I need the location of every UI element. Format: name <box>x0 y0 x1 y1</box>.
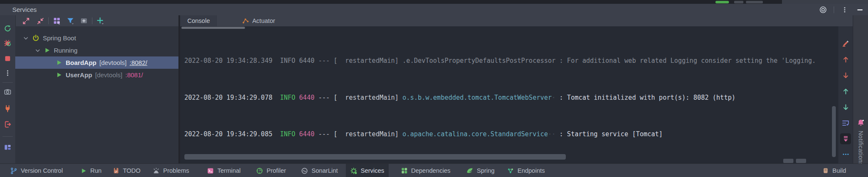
toolwindow-build[interactable]: Build <box>818 164 850 177</box>
down-arrow-teal-icon <box>842 104 849 111</box>
settings-target-button[interactable] <box>818 5 828 14</box>
terminal-icon <box>207 167 214 174</box>
prev-occurrence-button[interactable] <box>840 54 851 65</box>
group-by-button[interactable] <box>51 16 62 25</box>
next-occurrence-button[interactable] <box>840 70 851 81</box>
service-tag: [devtools] <box>95 71 122 79</box>
layout-grid-icon <box>4 143 11 151</box>
toolwindow-label: Profiler <box>267 167 286 174</box>
notifications-strip: Notifications <box>853 15 868 163</box>
stop-button[interactable] <box>4 55 11 62</box>
stop-icon <box>4 55 11 62</box>
actuator-endpoints-button[interactable] <box>4 105 11 112</box>
profiler-gauge-icon <box>256 167 263 174</box>
toolwindow-label: Version Control <box>21 167 63 174</box>
tree-item-boardapp[interactable]: BoardApp [devtools] :8082/ <box>15 56 178 69</box>
toolwindow-label: Services <box>361 167 384 174</box>
top-edge-decoration <box>734 1 743 3</box>
down-stack-trace-button[interactable] <box>840 101 851 112</box>
rerun-button[interactable] <box>4 25 11 32</box>
titlebar-separator <box>834 6 834 13</box>
add-service-button[interactable] <box>95 16 106 25</box>
scroll-to-end-button[interactable] <box>840 133 851 144</box>
more-actions-button[interactable] <box>4 70 11 76</box>
add-tab-button[interactable] <box>78 16 89 25</box>
console-more-button[interactable] <box>840 149 851 160</box>
minimize-icon <box>856 6 864 14</box>
services-tree-panel: Spring Boot Running BoardApp [devtools] … <box>15 26 178 163</box>
soft-wrap-icon <box>842 119 849 127</box>
spring-leaf-icon <box>466 167 473 174</box>
toolwindow-label: Dependencies <box>411 167 451 174</box>
service-port-link[interactable]: :8081/ <box>125 71 143 79</box>
tab-console[interactable]: Console <box>180 15 217 26</box>
group-by-icon <box>53 17 61 25</box>
pencil-icon <box>842 40 849 48</box>
tab-actuator[interactable]: Actuator <box>235 15 282 26</box>
toolwindow-spring[interactable]: Spring <box>462 164 499 177</box>
tree-item-userapp[interactable]: UserApp [devtools] :8081/ <box>15 69 178 81</box>
tab-label: Actuator <box>252 17 275 24</box>
toolwindow-dependencies[interactable]: Dependencies <box>397 164 455 177</box>
filter-button[interactable] <box>65 16 76 25</box>
actuator-plug-icon <box>4 105 11 112</box>
thread-dump-camera-icon <box>4 88 11 96</box>
run-play-icon <box>81 168 87 174</box>
up-stack-trace-button[interactable] <box>840 86 851 97</box>
log-line: 2022-08-20 19:34:29.078INFO6440---[ rest… <box>184 92 816 104</box>
chevron-down-icon[interactable] <box>35 48 41 53</box>
service-name: UserApp <box>66 71 92 79</box>
toolwindow-todo[interactable]: TODO <box>108 164 145 177</box>
toolwindow-services[interactable]: Services <box>346 164 389 177</box>
vertical-scrollbar-thumb[interactable] <box>832 106 836 157</box>
notifications-button[interactable] <box>857 119 865 127</box>
soft-wrap-button[interactable] <box>840 118 851 129</box>
detach-service-button[interactable] <box>4 121 11 128</box>
toolbar-separator <box>3 82 13 83</box>
expand-all-icon <box>22 17 30 25</box>
tool-window-title: Services <box>12 6 37 13</box>
tree-item-running[interactable]: Running <box>15 44 178 56</box>
toolbar-separator <box>48 17 49 24</box>
minimize-button[interactable] <box>855 5 865 14</box>
chevron-down-icon[interactable] <box>23 35 29 41</box>
rerun-debug-bug-icon <box>4 39 12 48</box>
toolwindow-run[interactable]: Run <box>76 164 106 177</box>
thread-dump-button[interactable] <box>4 88 11 96</box>
toolwindow-sonarlint[interactable]: SonarLint <box>297 164 342 177</box>
endpoints-icon <box>507 167 514 174</box>
toolwindow-version-control[interactable]: Version Control <box>6 164 67 177</box>
services-tool-window: Services <box>0 0 868 177</box>
notifications-label[interactable]: Notifications <box>857 131 864 166</box>
log-line: 2022-08-20 19:34:28.349INFO6440---[ rest… <box>184 55 816 67</box>
play-icon <box>56 59 62 66</box>
edit-source-button[interactable] <box>840 38 851 49</box>
more-horizontal-icon <box>842 151 849 158</box>
toolwindow-label: Problems <box>163 167 189 174</box>
services-tree: Spring Boot Running BoardApp [devtools] … <box>15 32 178 81</box>
problems-siren-icon <box>153 167 160 174</box>
up-arrow-red-icon <box>842 56 849 63</box>
expand-all-button[interactable] <box>20 16 31 25</box>
add-service-icon <box>97 17 104 25</box>
toolwindow-label: Spring <box>477 167 495 174</box>
service-port-link[interactable]: :8082/ <box>130 59 147 66</box>
run-toolbar <box>0 15 16 163</box>
layout-options-button[interactable] <box>4 143 11 151</box>
more-options-button[interactable] <box>840 5 849 14</box>
top-edge-segment <box>782 0 868 4</box>
add-tab-icon <box>80 17 88 25</box>
horizontal-scrollbar-thumb[interactable] <box>184 154 566 160</box>
collapse-all-button[interactable] <box>35 16 46 25</box>
tree-item-label: Spring Boot <box>43 34 76 42</box>
tree-item-spring-boot[interactable]: Spring Boot <box>15 32 178 44</box>
corner-widget <box>783 159 793 163</box>
toolwindow-problems[interactable]: Problems <box>148 164 193 177</box>
toolwindow-terminal[interactable]: Terminal <box>203 164 245 177</box>
tree-item-label: Running <box>54 47 78 54</box>
toolwindow-label: Build <box>832 167 846 174</box>
toolwindow-endpoints[interactable]: Endpoints <box>503 164 549 177</box>
toolwindow-profiler[interactable]: Profiler <box>252 164 290 177</box>
rerun-debug-button[interactable] <box>4 39 12 48</box>
tool-window-settings-target-icon <box>819 6 827 14</box>
